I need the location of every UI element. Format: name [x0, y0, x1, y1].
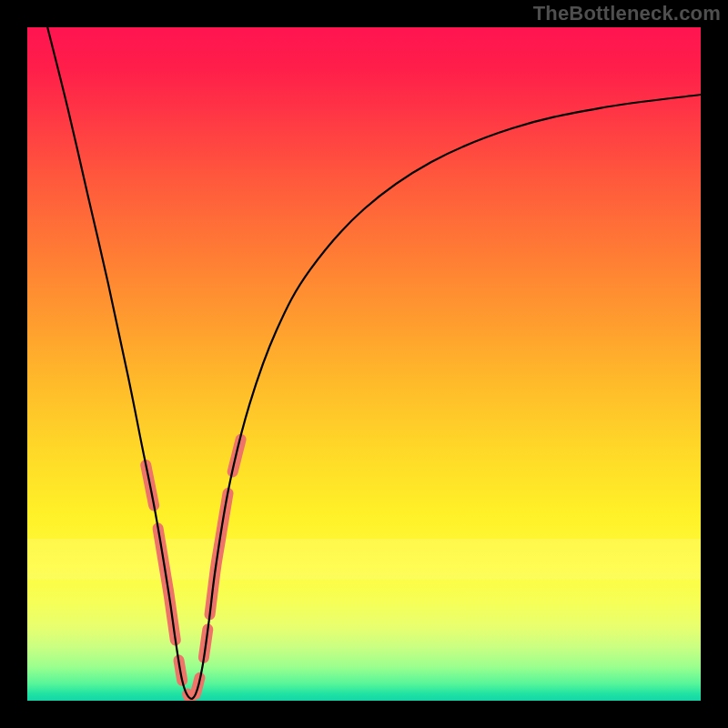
- app-frame: TheBottleneck.com: [0, 0, 728, 728]
- bottleneck-curve: [47, 27, 701, 699]
- highlight-segments-group: [146, 440, 240, 697]
- curve-svg: [27, 27, 701, 701]
- plot-area: [27, 27, 701, 701]
- watermark-text: TheBottleneck.com: [533, 2, 721, 25]
